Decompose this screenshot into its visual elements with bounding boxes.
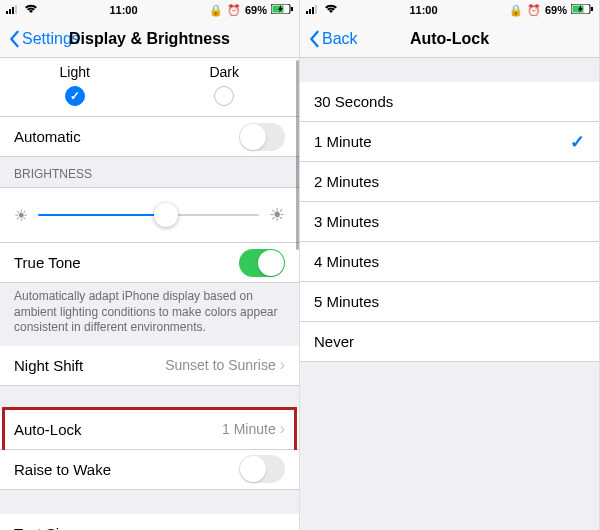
content-scroll[interactable]: Light Dark Automatic BRIGHTNESS ☀︎ ☀︎ Tr… — [0, 58, 299, 530]
true-tone-footer: Automatically adapt iPhone display based… — [0, 283, 299, 346]
true-tone-row[interactable]: True Tone — [0, 243, 299, 283]
status-time: 11:00 — [109, 4, 137, 16]
night-shift-value: Sunset to Sunrise — [165, 357, 276, 373]
automatic-label: Automatic — [14, 128, 239, 145]
chevron-right-icon: › — [280, 420, 285, 438]
svg-rect-8 — [309, 9, 311, 14]
wifi-icon — [24, 4, 38, 16]
option-label: 2 Minutes — [314, 173, 585, 190]
chevron-right-icon: › — [280, 356, 285, 374]
sun-large-icon: ☀︎ — [269, 204, 285, 226]
back-label: Settings — [22, 30, 80, 48]
night-shift-label: Night Shift — [14, 357, 165, 374]
alarm-icon: ⏰ — [227, 4, 241, 17]
status-bar: 11:00 🔒 ⏰ 69% — [300, 0, 599, 20]
auto-lock-option[interactable]: 5 Minutes — [300, 282, 599, 322]
battery-percent: 69% — [545, 4, 567, 16]
radio-checked-icon — [65, 86, 85, 106]
scrollbar[interactable] — [296, 60, 299, 250]
auto-lock-option[interactable]: 1 Minute✓ — [300, 122, 599, 162]
brightness-slider-row: ☀︎ ☀︎ — [0, 187, 299, 243]
radio-unchecked-icon — [214, 86, 234, 106]
night-shift-row[interactable]: Night Shift Sunset to Sunrise › — [0, 346, 299, 386]
appearance-light-label: Light — [0, 64, 150, 80]
svg-rect-7 — [306, 11, 308, 14]
alarm-icon: ⏰ — [527, 4, 541, 17]
battery-percent: 69% — [245, 4, 267, 16]
brightness-header: BRIGHTNESS — [0, 157, 299, 187]
nav-bar: Settings Display & Brightness — [0, 20, 299, 58]
auto-lock-label: Auto-Lock — [14, 421, 222, 438]
rotation-lock-icon: 🔒 — [209, 4, 223, 17]
automatic-toggle[interactable] — [239, 123, 285, 151]
auto-lock-option[interactable]: 3 Minutes — [300, 202, 599, 242]
auto-lock-screen: 11:00 🔒 ⏰ 69% Back Auto-Lock 30 Seconds1… — [300, 0, 600, 530]
auto-lock-value: 1 Minute — [222, 421, 276, 437]
rotation-lock-icon: 🔒 — [509, 4, 523, 17]
automatic-row[interactable]: Automatic — [0, 117, 299, 157]
chevron-left-icon — [8, 30, 20, 48]
appearance-light[interactable]: Light — [0, 64, 150, 106]
auto-lock-option[interactable]: 2 Minutes — [300, 162, 599, 202]
svg-rect-10 — [315, 5, 317, 14]
option-label: 3 Minutes — [314, 213, 585, 230]
raise-to-wake-toggle[interactable] — [239, 455, 285, 483]
svg-rect-9 — [312, 7, 314, 14]
option-label: 4 Minutes — [314, 253, 585, 270]
back-button-settings[interactable]: Settings — [8, 30, 80, 48]
svg-rect-0 — [6, 11, 8, 14]
signal-icon — [306, 4, 320, 16]
back-button[interactable]: Back — [308, 30, 358, 48]
battery-icon — [571, 4, 593, 16]
svg-rect-6 — [291, 7, 293, 11]
svg-rect-3 — [15, 5, 17, 14]
battery-icon — [271, 4, 293, 16]
chevron-right-icon: › — [280, 524, 285, 530]
option-label: 1 Minute — [314, 133, 570, 150]
svg-rect-13 — [591, 7, 593, 11]
signal-icon — [6, 4, 20, 16]
status-time: 11:00 — [409, 4, 437, 16]
auto-lock-options: 30 Seconds1 Minute✓2 Minutes3 Minutes4 M… — [300, 82, 599, 362]
text-size-row[interactable]: Text Size › — [0, 514, 299, 530]
option-label: Never — [314, 333, 585, 350]
chevron-left-icon — [308, 30, 320, 48]
sun-small-icon: ☀︎ — [14, 206, 28, 225]
text-size-label: Text Size — [14, 525, 280, 530]
appearance-dark-label: Dark — [150, 64, 300, 80]
appearance-dark[interactable]: Dark — [150, 64, 300, 106]
auto-lock-option[interactable]: 30 Seconds — [300, 82, 599, 122]
true-tone-label: True Tone — [14, 254, 239, 271]
option-label: 30 Seconds — [314, 93, 585, 110]
auto-lock-option[interactable]: Never — [300, 322, 599, 362]
svg-rect-1 — [9, 9, 11, 14]
raise-to-wake-label: Raise to Wake — [14, 461, 239, 478]
auto-lock-row[interactable]: Auto-Lock 1 Minute › — [0, 410, 299, 450]
status-bar: 11:00 🔒 ⏰ 69% — [0, 0, 299, 20]
back-label: Back — [322, 30, 358, 48]
auto-lock-option[interactable]: 4 Minutes — [300, 242, 599, 282]
raise-to-wake-row[interactable]: Raise to Wake — [0, 450, 299, 490]
display-brightness-screen: 11:00 🔒 ⏰ 69% Settings Display & Brightn… — [0, 0, 300, 530]
svg-rect-2 — [12, 7, 14, 14]
wifi-icon — [324, 4, 338, 16]
brightness-slider[interactable] — [38, 214, 259, 216]
appearance-row: Light Dark — [0, 58, 299, 117]
option-label: 5 Minutes — [314, 293, 585, 310]
content-scroll[interactable]: 30 Seconds1 Minute✓2 Minutes3 Minutes4 M… — [300, 58, 599, 530]
true-tone-toggle[interactable] — [239, 249, 285, 277]
checkmark-icon: ✓ — [570, 131, 585, 153]
nav-bar: Back Auto-Lock — [300, 20, 599, 58]
